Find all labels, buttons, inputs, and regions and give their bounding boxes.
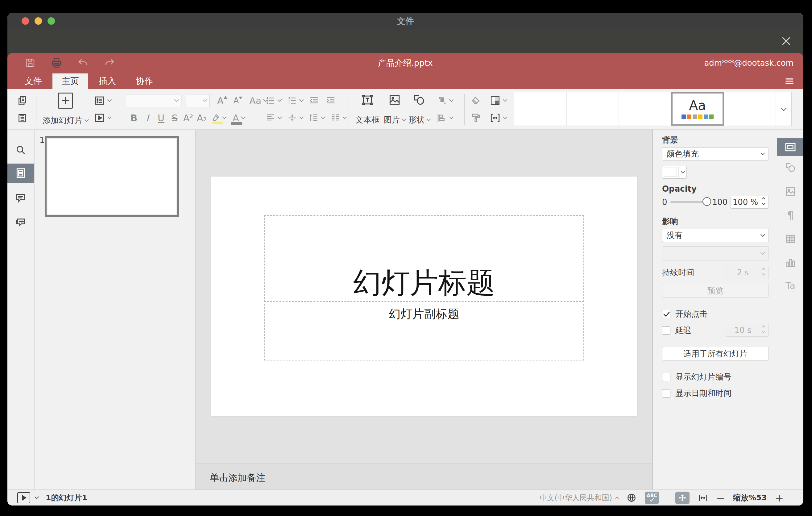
show-date-time-checkbox[interactable] bbox=[662, 389, 670, 398]
apply-to-all-button[interactable]: 适用于所有幻灯片 bbox=[662, 347, 769, 361]
fill-color-picker[interactable] bbox=[662, 166, 687, 179]
opacity-label: Opacity bbox=[662, 184, 769, 194]
chevron-down-icon bbox=[222, 115, 227, 119]
start-slideshow-icon[interactable] bbox=[94, 112, 111, 124]
opacity-slider-knob[interactable] bbox=[702, 197, 711, 206]
line-spacing-icon[interactable] bbox=[309, 113, 324, 123]
color-scheme-icon[interactable] bbox=[489, 95, 506, 107]
subscript-button[interactable]: A₂ bbox=[195, 113, 208, 123]
change-case-button[interactable]: Aa bbox=[249, 95, 267, 106]
title-placeholder[interactable]: 幻灯片标题 bbox=[264, 215, 584, 302]
comments-icon[interactable] bbox=[7, 192, 34, 204]
italic-button[interactable]: I bbox=[141, 113, 154, 123]
slide-layout-icon[interactable] bbox=[94, 95, 111, 107]
subtitle-placeholder[interactable]: 幻灯片副标题 bbox=[264, 304, 584, 361]
macos-titlebar: 文件 bbox=[7, 13, 803, 29]
tab-home[interactable]: 主页 bbox=[53, 74, 88, 89]
shape-label: 形状 bbox=[408, 114, 425, 125]
add-slide-button[interactable]: 添加幻灯片 bbox=[41, 91, 89, 127]
decrease-indent-icon[interactable] bbox=[309, 95, 320, 106]
set-language-globe-icon[interactable] bbox=[626, 492, 637, 503]
spinner-down-icon[interactable] bbox=[762, 202, 765, 205]
clear-style-icon[interactable] bbox=[470, 95, 481, 106]
spinner-up-icon[interactable] bbox=[762, 197, 765, 201]
underline-button[interactable]: U bbox=[154, 113, 168, 123]
ribbon-tabs: 文件 主页 插入 协作 bbox=[16, 74, 164, 89]
start-on-click-checkbox[interactable] bbox=[662, 310, 670, 318]
slide-size-icon[interactable] bbox=[489, 112, 506, 124]
fit-to-width-button[interactable] bbox=[698, 492, 708, 503]
chevron-down-icon bbox=[760, 232, 765, 236]
fit-to-slide-button[interactable] bbox=[675, 492, 690, 504]
zoom-in-button[interactable]: + bbox=[775, 492, 784, 503]
superscript-button[interactable]: A² bbox=[181, 113, 195, 123]
app-window: 文件 产品介绍.pptx adm***@dootask.com 文件 主页 插入… bbox=[7, 13, 803, 506]
opacity-slider[interactable] bbox=[670, 201, 707, 203]
theme-option[interactable] bbox=[619, 92, 671, 125]
delay-checkbox[interactable] bbox=[662, 326, 670, 335]
align-shapes-icon[interactable] bbox=[436, 112, 453, 123]
spinner-down-icon bbox=[762, 329, 765, 333]
textart-settings-icon[interactable]: Ta bbox=[777, 280, 803, 292]
slide-settings-tab[interactable] bbox=[777, 138, 803, 156]
language-selector[interactable]: 中文(中华人民共和国) bbox=[540, 493, 618, 503]
fill-type-dropdown[interactable]: 颜色填充 bbox=[662, 147, 769, 161]
spellcheck-toggle[interactable]: ABC bbox=[645, 492, 659, 504]
table-settings-icon[interactable] bbox=[777, 233, 803, 245]
theme-option[interactable] bbox=[567, 92, 619, 125]
numbered-list-icon[interactable] bbox=[287, 95, 303, 106]
start-on-click-row[interactable]: 开始点击 bbox=[662, 309, 769, 319]
copy-icon[interactable] bbox=[17, 95, 28, 106]
delay-row[interactable]: 延迟 10 s bbox=[662, 324, 769, 337]
chevron-down-icon[interactable] bbox=[34, 494, 39, 499]
menu-hamburger-icon[interactable] bbox=[784, 76, 795, 86]
tab-file[interactable]: 文件 bbox=[16, 74, 51, 89]
chat-icon[interactable] bbox=[7, 216, 34, 228]
effect-dropdown[interactable]: 没有 bbox=[662, 229, 769, 242]
theme-gallery-expand[interactable] bbox=[776, 92, 791, 125]
tab-collaboration[interactable]: 协作 bbox=[126, 74, 162, 89]
paste-icon[interactable] bbox=[17, 112, 28, 123]
show-date-time-row[interactable]: 显示日期和时间 bbox=[662, 388, 769, 399]
increase-indent-icon[interactable] bbox=[325, 95, 336, 106]
slide-thumbnail[interactable] bbox=[45, 136, 179, 217]
start-preview-button[interactable] bbox=[17, 492, 30, 503]
theme-option[interactable] bbox=[514, 92, 567, 125]
slides-panel-toggle[interactable] bbox=[7, 164, 34, 183]
close-icon[interactable] bbox=[780, 35, 792, 47]
notes-area[interactable]: 单击添加备注 bbox=[196, 463, 652, 489]
decrease-font-button[interactable]: A bbox=[234, 96, 239, 105]
format-painter-icon[interactable] bbox=[470, 112, 481, 123]
insert-image-button[interactable]: 图片 bbox=[381, 91, 408, 127]
chart-settings-icon[interactable] bbox=[777, 256, 803, 269]
font-color-button[interactable]: A bbox=[233, 113, 245, 123]
strikeout-button[interactable]: S bbox=[168, 113, 181, 123]
theme-option-selected[interactable]: Aa bbox=[671, 92, 724, 125]
columns-icon[interactable] bbox=[330, 113, 346, 123]
theme-aa-label: Aa bbox=[689, 99, 705, 112]
font-name-combo[interactable] bbox=[126, 94, 181, 107]
vertical-align-icon[interactable] bbox=[287, 113, 303, 123]
horizontal-align-icon[interactable] bbox=[265, 113, 281, 123]
tab-insert[interactable]: 插入 bbox=[89, 74, 125, 89]
increase-font-button[interactable]: A bbox=[217, 95, 224, 106]
show-slide-number-row[interactable]: 显示幻灯片编号 bbox=[662, 372, 769, 382]
bold-button[interactable]: B bbox=[127, 113, 141, 123]
paragraph-settings-icon[interactable]: ¶ bbox=[777, 209, 803, 222]
image-settings-icon[interactable] bbox=[777, 185, 803, 198]
search-icon[interactable] bbox=[7, 144, 34, 156]
zoom-out-button[interactable]: − bbox=[716, 492, 725, 503]
content-area: 1 幻灯片标题 幻灯片副标题 单击添加备注 背景 颜色填充 Opacity 0 bbox=[7, 130, 803, 489]
chevron-down-icon bbox=[174, 97, 179, 102]
insert-textbox-button[interactable]: 文本框 bbox=[354, 91, 381, 127]
shape-settings-icon[interactable] bbox=[777, 162, 803, 174]
highlight-color-button[interactable] bbox=[210, 113, 226, 123]
font-size-combo[interactable] bbox=[186, 94, 210, 107]
theme-option[interactable] bbox=[724, 92, 776, 125]
bullet-list-icon[interactable] bbox=[265, 95, 281, 106]
show-slide-number-checkbox[interactable] bbox=[662, 373, 670, 381]
insert-shape-button[interactable]: 形状 bbox=[406, 91, 433, 127]
arrange-objects-icon[interactable] bbox=[436, 95, 453, 106]
opacity-spinner[interactable]: 100 % bbox=[730, 196, 769, 209]
opacity-slider-row: 0 100 100 % bbox=[662, 196, 769, 208]
